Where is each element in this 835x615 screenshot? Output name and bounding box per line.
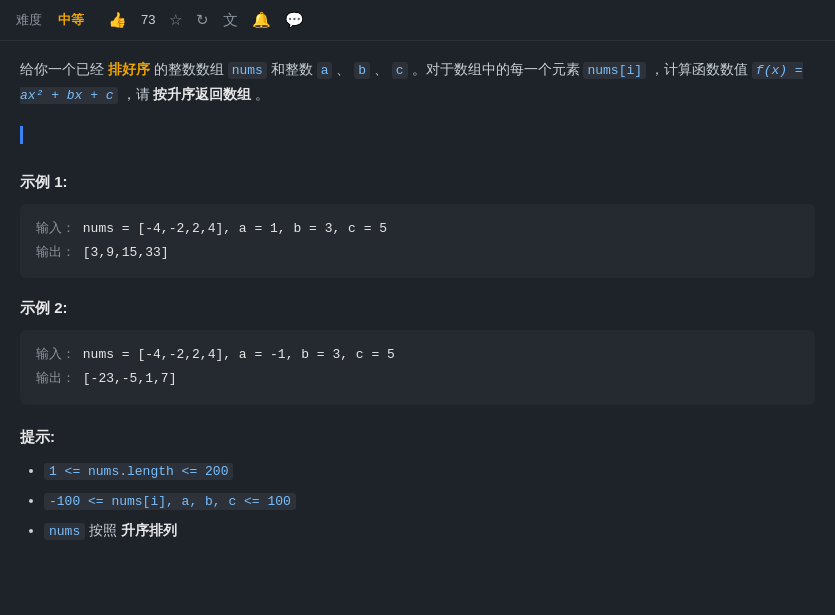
like-count: 73 xyxy=(141,10,155,31)
desc-part3: 和整数 xyxy=(271,61,313,77)
example1-input-value: nums = [-4,-2,2,4], a = 1, b = 3, c = 5 xyxy=(83,221,387,236)
comment-icon[interactable]: 💬 xyxy=(285,8,304,32)
desc-part4: 。对于数组中的每一个元素 xyxy=(412,61,580,77)
star-icon[interactable]: ☆ xyxy=(169,8,182,32)
hint-item-2: -100 <= nums[i], a, b, c <= 100 xyxy=(44,489,815,513)
cursor-indicator xyxy=(20,126,23,144)
desc-comma2: 、 xyxy=(374,61,388,77)
desc-end: 。 xyxy=(255,86,269,102)
desc-comma1: 、 xyxy=(336,61,350,77)
hint3-asc: 升序排列 xyxy=(121,522,177,538)
desc-part6: ，请 xyxy=(122,86,150,102)
desc-a: a xyxy=(317,62,333,79)
hints-list: 1 <= nums.length <= 200 -100 <= nums[i],… xyxy=(20,459,815,542)
desc-part1: 给你一个已经 xyxy=(20,61,104,77)
hint-item-3: nums 按照 升序排列 xyxy=(44,519,815,543)
example1-box: 输入： nums = [-4,-2,2,4], a = 1, b = 3, c … xyxy=(20,204,815,279)
example2-title: 示例 2: xyxy=(20,296,815,320)
desc-part2: 的整数数组 xyxy=(154,61,224,77)
example1-input: 输入： nums = [-4,-2,2,4], a = 1, b = 3, c … xyxy=(36,219,799,240)
example1-output-label: 输出： xyxy=(36,245,75,260)
example2-box: 输入： nums = [-4,-2,2,4], a = -1, b = 3, c… xyxy=(20,330,815,405)
problem-content: 给你一个已经 排好序 的整数数组 nums 和整数 a 、 b 、 c 。对于数… xyxy=(0,41,835,564)
desc-c: c xyxy=(392,62,408,79)
hints-title: 提示: xyxy=(20,425,815,449)
problem-description: 给你一个已经 排好序 的整数数组 nums 和整数 a 、 b 、 c 。对于数… xyxy=(20,57,815,108)
problem-header: 难度 中等 👍 73 ☆ ↻ 文 🔔 💬 xyxy=(0,0,835,41)
example2-input-label: 输入： xyxy=(36,347,75,362)
example2-output-value: [-23,-5,1,7] xyxy=(83,371,177,386)
bell-icon[interactable]: 🔔 xyxy=(252,8,271,32)
example2-input: 输入： nums = [-4,-2,2,4], a = -1, b = 3, c… xyxy=(36,345,799,366)
hint3-text1: 按照 xyxy=(89,522,121,538)
difficulty-value: 中等 xyxy=(58,10,84,31)
desc-part5: ，计算函数数值 xyxy=(650,61,748,77)
example2-input-value: nums = [-4,-2,2,4], a = -1, b = 3, c = 5 xyxy=(83,347,395,362)
header-icons: 👍 73 ☆ ↻ 文 🔔 💬 xyxy=(108,8,304,32)
translate-icon[interactable]: 文 xyxy=(223,8,238,32)
example2-output: 输出： [-23,-5,1,7] xyxy=(36,369,799,390)
difficulty-label: 难度 xyxy=(16,10,42,31)
example1-output-value: [3,9,15,33] xyxy=(83,245,169,260)
example1-title: 示例 1: xyxy=(20,170,815,194)
thumbs-up-icon[interactable]: 👍 xyxy=(108,8,127,32)
desc-b: b xyxy=(354,62,370,79)
hint-item-1: 1 <= nums.length <= 200 xyxy=(44,459,815,483)
hint2-code: -100 <= nums[i], a, b, c <= 100 xyxy=(44,493,296,510)
desc-sorted: 排好序 xyxy=(108,61,150,77)
example1-input-label: 输入： xyxy=(36,221,75,236)
refresh-icon[interactable]: ↻ xyxy=(196,8,209,32)
example1-output: 输出： [3,9,15,33] xyxy=(36,243,799,264)
hint3-nums: nums xyxy=(44,523,85,540)
example2-output-label: 输出： xyxy=(36,371,75,386)
hint1-code: 1 <= nums.length <= 200 xyxy=(44,463,233,480)
desc-asc: 按升序返回数组 xyxy=(153,86,251,102)
desc-numsi: nums[i] xyxy=(583,62,646,79)
desc-nums: nums xyxy=(228,62,267,79)
